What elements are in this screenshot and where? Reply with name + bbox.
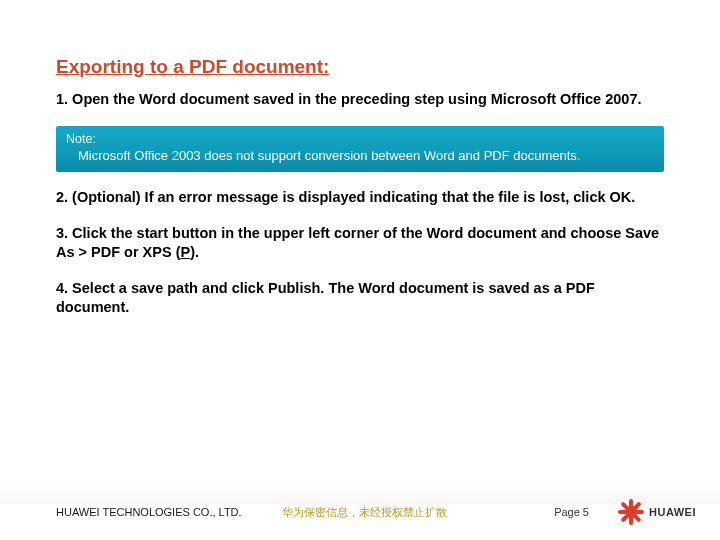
step-2-ok: OK <box>610 189 632 205</box>
step-2-text: 2. (Optional) If an error message is dis… <box>56 189 610 205</box>
step-2: 2. (Optional) If an error message is dis… <box>56 188 664 208</box>
step-3-text: 3. Click the start button in the upper l… <box>56 225 625 241</box>
slide-footer: HUAWEI TECHNOLOGIES CO., LTD. 华为保密信息，未经授… <box>0 484 720 540</box>
brand-text: HUAWEI <box>649 506 696 518</box>
step-1: 1. Open the Word document saved in the p… <box>56 90 664 110</box>
footer-page: Page 5 <box>554 506 589 518</box>
slide-title: Exporting to a PDF document: <box>56 56 664 78</box>
brand-logo: HUAWEI <box>617 498 696 526</box>
huawei-icon <box>617 498 645 526</box>
slide-content: Exporting to a PDF document: 1. Open the… <box>0 0 720 318</box>
step-4: 4. Select a save path and click Publish.… <box>56 279 664 318</box>
note-body: Microsoft Office 2003 does not support c… <box>66 147 654 165</box>
note-label: Note: <box>66 131 654 148</box>
step-2-post: . <box>631 189 635 205</box>
step-4-publish: Publish <box>268 280 320 296</box>
step-3: 3. Click the start button in the upper l… <box>56 224 664 263</box>
footer-company: HUAWEI TECHNOLOGIES CO., LTD. <box>56 506 242 518</box>
step-3-post: . <box>195 244 199 260</box>
step-3-accel: P <box>181 244 191 260</box>
step-4-text: 4. Select a save path and click <box>56 280 268 296</box>
note-box: Note: Microsoft Office 2003 does not sup… <box>56 126 664 172</box>
footer-confidential: 华为保密信息，未经授权禁止扩散 <box>282 505 447 520</box>
